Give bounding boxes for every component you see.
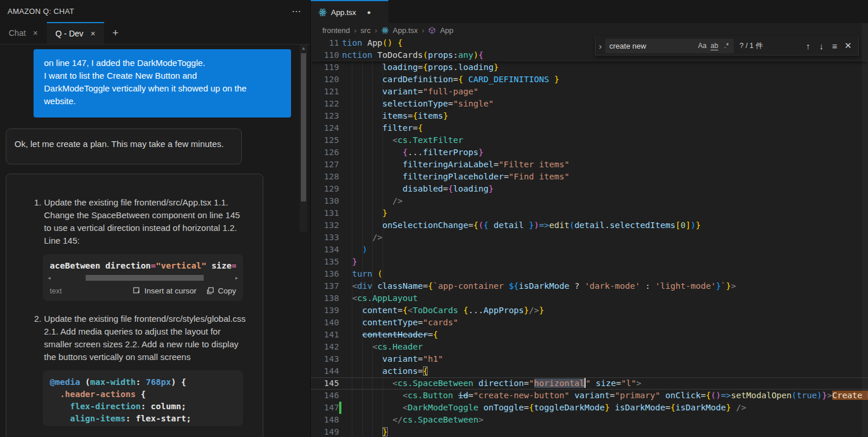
- code-token: `app-container: [433, 281, 509, 291]
- code-token: : column;: [141, 402, 186, 411]
- code-token: </: [392, 415, 402, 424]
- code-token: {: [403, 306, 408, 315]
- code-token: flex-direction: [70, 402, 141, 411]
- code-token: 'dark-mode': [584, 281, 640, 291]
- code-token: =: [616, 379, 621, 388]
- close-icon[interactable]: ✕: [90, 30, 95, 38]
- code-line: 141 contentHeader={: [311, 329, 868, 341]
- scrollbar-track[interactable]: [54, 275, 232, 281]
- line-number: 143: [311, 353, 339, 365]
- code-token: 'light-mode': [655, 281, 716, 291]
- code-token: cardDefinition: [382, 75, 453, 84]
- code-token: props: [428, 50, 453, 60]
- code-line: aceBetween direction="vertical" size="l"…: [50, 260, 236, 272]
- code-token: [392, 38, 398, 47]
- code-editor: App.tsx ● frontend › src › App.tsx › App: [310, 0, 868, 437]
- insert-at-cursor-button[interactable]: Insert at cursor: [133, 287, 196, 295]
- code-token: filterProps: [423, 148, 479, 157]
- code-horizontal-scrollbar[interactable]: ◂ ▸: [43, 273, 243, 282]
- code-line: 138 <cs.AppLayout: [311, 292, 868, 304]
- breadcrumb-src[interactable]: src: [361, 26, 370, 35]
- code-token: aceBetween direction: [50, 261, 151, 270]
- code-token: :: [453, 50, 458, 60]
- next-match-button[interactable]: ↓: [815, 39, 828, 53]
- code-token: actions: [382, 366, 418, 376]
- line-number: 128: [311, 171, 339, 183]
- breadcrumb-frontend[interactable]: frontend: [322, 26, 350, 35]
- copy-button[interactable]: Copy: [207, 287, 236, 295]
- code-text: </cs.SpaceBetween>: [342, 414, 483, 426]
- indent-guide: [362, 61, 363, 437]
- code-token: className: [377, 281, 423, 291]
- code-token: .: [453, 63, 458, 72]
- code-token: props: [428, 63, 453, 72]
- scrollbar-thumb[interactable]: [86, 275, 203, 281]
- tab-q-dev[interactable]: Q - Dev ✕: [47, 22, 104, 44]
- match-case-button[interactable]: Aa: [696, 40, 708, 52]
- code-token: "l": [621, 379, 636, 388]
- close-icon[interactable]: ✕: [33, 30, 38, 37]
- editor-tab-app-tsx[interactable]: App.tsx ●: [311, 0, 388, 23]
- unsaved-changes-icon[interactable]: ●: [367, 9, 371, 16]
- chat-scrollbar-thumb[interactable]: [301, 53, 306, 201]
- code-line: 145 <cs.SpaceBetween direction="horizont…: [311, 377, 868, 390]
- code-token: detail: [494, 221, 524, 230]
- code-token: ) {: [171, 377, 186, 387]
- code-token: [591, 379, 596, 388]
- chevron-right-icon: ›: [354, 26, 356, 35]
- toggle-replace-chevron-icon[interactable]: ›: [595, 36, 605, 55]
- code-text: }: [342, 256, 357, 268]
- code-token: onSelectionChange: [382, 221, 468, 230]
- code-line: 133 />: [311, 232, 868, 244]
- code-lines-content[interactable]: 119 loading={props.loading}120 cardDefin…: [311, 61, 868, 437]
- code-token: {: [448, 184, 453, 193]
- code-token: [488, 221, 494, 230]
- breadcrumb-app-symbol[interactable]: App: [440, 26, 453, 35]
- code-token: {: [428, 281, 433, 291]
- code-line: 147 <DarkModeToggle onToggle={toggleDark…: [311, 402, 868, 414]
- chat-scroll-up-icon[interactable]: ▲: [300, 45, 307, 52]
- new-tab-button[interactable]: +: [104, 22, 127, 44]
- find-in-selection-button[interactable]: ≡: [828, 39, 841, 53]
- breadcrumb-app-tsx[interactable]: App.tsx: [393, 26, 418, 35]
- code-line: 120 cardDefinition={ CARD_DEFINITIONS }: [311, 74, 868, 86]
- code-token: 0: [681, 221, 686, 230]
- code-token: edit: [549, 221, 569, 230]
- line-number: 127: [311, 159, 339, 171]
- code-token: DarkModeToggle: [408, 403, 479, 412]
- line-number: 139: [311, 304, 339, 317]
- code-token: variant: [382, 87, 418, 96]
- code-token: (: [80, 377, 90, 387]
- whole-word-label: ab: [711, 42, 718, 50]
- code-token: =: [428, 330, 433, 339]
- code-token: [524, 221, 529, 230]
- code-token: =: [468, 391, 473, 400]
- close-find-button[interactable]: ✕: [841, 39, 855, 53]
- regex-button[interactable]: .*: [720, 40, 733, 52]
- tab-chat[interactable]: Chat ✕: [0, 22, 47, 44]
- scroll-left-icon[interactable]: ◂: [46, 275, 52, 281]
- code-line: 135 }: [311, 256, 868, 268]
- find-input[interactable]: [606, 41, 696, 51]
- code-snippet-block-css: @media (max-width: 768px) { .header-acti…: [43, 370, 243, 426]
- code-token: />: [372, 233, 382, 242]
- code-line: align-items: flex-start;: [50, 413, 236, 425]
- editor-scrollbar-strip[interactable]: [862, 23, 868, 437]
- symbol-cube-icon: [428, 27, 436, 34]
- whole-word-button[interactable]: ab: [708, 40, 720, 52]
- code-text: cardDefinition={ CARD_DEFINITIONS }: [342, 74, 559, 86]
- panel-header: AMAZON Q: CHAT ⋯: [0, 0, 310, 22]
- code-token: .: [605, 221, 610, 230]
- code-token: {: [464, 306, 469, 315]
- previous-match-button[interactable]: ↑: [801, 39, 815, 53]
- code-token: [458, 306, 464, 315]
- code-token: variant: [382, 354, 418, 363]
- code-token: }: [696, 221, 701, 230]
- line-number: 121: [311, 86, 339, 98]
- line-number: 126: [311, 146, 339, 159]
- line-number: 140: [311, 317, 339, 329]
- more-actions-icon[interactable]: ⋯: [292, 6, 301, 17]
- code-token: ): [690, 221, 696, 230]
- code-lines: 119 loading={props.loading}120 cardDefin…: [311, 61, 868, 437]
- scroll-right-icon[interactable]: ▸: [234, 275, 240, 281]
